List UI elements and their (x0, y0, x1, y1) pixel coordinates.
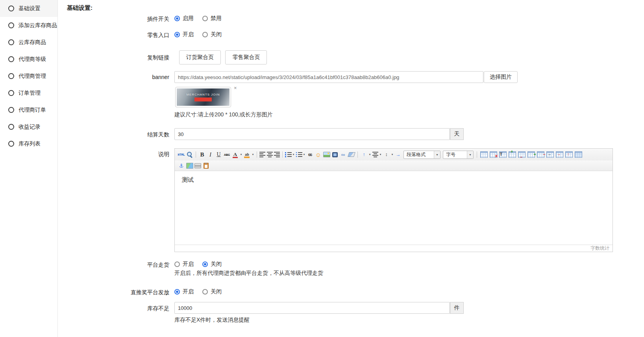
banner-url-input[interactable] (174, 71, 483, 83)
paragraph-format-select[interactable]: 段落格式 ▼ (403, 151, 440, 159)
insert-table-icon[interactable] (480, 151, 488, 158)
underline-icon[interactable]: U (215, 151, 223, 158)
font-size-value: 字号 (443, 151, 467, 158)
preview-icon[interactable] (185, 151, 194, 158)
anchor-icon[interactable]: ⚓ (177, 162, 185, 169)
bold-icon[interactable]: B (198, 151, 206, 158)
unordered-list-icon[interactable] (295, 151, 302, 158)
merge-cells-icon[interactable] (546, 151, 554, 158)
sidebar-item[interactable]: 收益记录 (0, 118, 57, 135)
sidebar-item-label: 代理商等级 (19, 56, 46, 63)
toolbar-separator[interactable] (282, 151, 283, 158)
font-color-icon[interactable]: A (231, 151, 239, 158)
low-stock-input[interactable] (174, 302, 450, 314)
highlight-color-caret-icon[interactable]: ▾ (251, 151, 255, 158)
radio-option[interactable]: 开启 (174, 288, 194, 295)
main-content: 基础设置: 插件开关 启用 禁用 零售入口 开启 (58, 0, 644, 337)
settle-days-unit: 天 (450, 128, 464, 140)
align-center-icon[interactable] (266, 151, 273, 158)
banner-label: banner (67, 74, 169, 80)
toolbar-separator[interactable] (357, 151, 358, 158)
map-icon[interactable] (185, 162, 194, 169)
banner-thumbnail[interactable]: MERCHANTS JOIN (175, 87, 231, 107)
split-cells-v-icon[interactable] (565, 151, 573, 158)
emoji-icon[interactable]: ☺ (314, 151, 322, 158)
radio-option[interactable]: 开启 (174, 31, 194, 38)
delete-row-icon[interactable] (518, 151, 526, 158)
radio-option[interactable]: 启用 (174, 15, 194, 22)
order-aggregate-page-button[interactable]: 订货聚合页 (179, 50, 221, 64)
low-stock-hint: 库存不足X件时，发送消息提醒 (174, 317, 250, 324)
insert-row-above-icon[interactable] (509, 151, 516, 158)
sidebar-item-label: 库存列表 (19, 140, 41, 147)
highlight-color-icon[interactable]: ab (243, 151, 251, 158)
sidebar-item-label: 添加云库存商品 (19, 22, 57, 29)
align-left-icon[interactable] (259, 151, 266, 158)
settle-days-input[interactable] (174, 128, 450, 140)
insert-image-icon[interactable] (322, 151, 331, 158)
radio-option[interactable]: 关闭 (202, 31, 222, 38)
toolbar-separator[interactable] (257, 151, 257, 158)
radio-option[interactable]: 关闭 (202, 288, 222, 295)
sidebar-item[interactable]: 代理商等级 (0, 51, 57, 68)
align-right-icon[interactable] (273, 151, 280, 158)
strikethrough-icon[interactable]: ABC (223, 151, 231, 158)
sidebar-item[interactable]: 库存列表 (0, 135, 57, 152)
blockquote-icon[interactable]: 66 (306, 151, 314, 158)
paragraph-spacing-caret-icon[interactable]: ▾ (368, 151, 372, 158)
ordered-list-caret-icon[interactable]: ▾ (292, 151, 295, 158)
settle-days-label: 结算天数 (67, 131, 169, 138)
word-count-label: 字数统计 (590, 245, 609, 252)
copy-link-buttons: 订货聚合页 零售聚合页 (179, 50, 270, 64)
choose-image-button[interactable]: 选择图片 (484, 71, 518, 83)
unordered-list-caret-icon[interactable]: ▾ (302, 151, 306, 158)
html-source-icon[interactable]: HTML (177, 151, 185, 158)
radio-option[interactable]: 开启 (174, 261, 194, 268)
print-icon[interactable] (194, 162, 202, 169)
retail-entry-label: 零售入口 (67, 32, 169, 39)
sidebar-item[interactable]: 云库存商品 (0, 34, 57, 51)
retail-entry-radio-group: 开启 关闭 (174, 31, 222, 38)
toolbar-separator[interactable] (196, 151, 196, 158)
sidebar-item[interactable]: 代理商订单 (0, 101, 57, 118)
paragraph-spacing-icon[interactable]: ↑ (360, 151, 368, 158)
radio-label: 开启 (183, 31, 194, 38)
align-menu-caret-icon[interactable]: ▾ (379, 151, 382, 158)
editor-status-bar: 字数统计 (175, 245, 613, 252)
platform-ship-label: 平台走货 (67, 261, 169, 269)
font-color-caret-icon[interactable]: ▾ (239, 151, 243, 158)
remove-format-icon[interactable] (347, 151, 355, 158)
sidebar-item[interactable]: 添加云库存商品 (0, 17, 57, 34)
insert-link-icon[interactable]: ∞ (339, 151, 347, 158)
low-stock-unit: 件 (450, 302, 464, 314)
radio-option[interactable]: 关闭 (202, 261, 222, 268)
sidebar-item[interactable]: 代理商管理 (0, 68, 57, 85)
delete-table-icon[interactable] (490, 151, 497, 158)
ordered-list-icon[interactable] (285, 151, 292, 158)
align-menu-icon[interactable] (372, 151, 379, 158)
font-size-select[interactable]: 字号 ▼ (443, 151, 474, 159)
radio-circle-icon (174, 289, 180, 295)
retail-aggregate-page-button[interactable]: 零售聚合页 (225, 50, 267, 64)
editor-content-area[interactable]: 测试 (175, 171, 613, 245)
paste-icon[interactable] (202, 162, 210, 169)
split-cells-h-icon[interactable] (556, 151, 563, 158)
sidebar-item-label: 订单管理 (19, 90, 41, 97)
italic-icon[interactable]: I (206, 151, 215, 158)
line-height-caret-icon[interactable]: ▾ (390, 151, 394, 158)
line-height-icon[interactable]: ↕ (382, 151, 390, 158)
remove-banner-icon[interactable]: × (234, 85, 237, 90)
indent-icon[interactable]: → (394, 151, 402, 158)
radio-circle-icon (174, 16, 180, 21)
table-grid-icon[interactable] (575, 151, 582, 158)
delete-col-icon[interactable] (537, 151, 544, 158)
insert-media-icon[interactable] (331, 151, 339, 158)
table-props-icon[interactable] (499, 151, 507, 158)
radio-label: 禁用 (211, 15, 222, 22)
sidebar-item[interactable]: 基础设置 (0, 0, 57, 17)
radio-option[interactable]: 禁用 (202, 15, 222, 22)
radio-label: 开启 (183, 288, 194, 295)
description-label: 说明 (67, 151, 169, 158)
insert-col-icon[interactable] (527, 151, 535, 158)
sidebar-item[interactable]: 订单管理 (0, 85, 57, 101)
